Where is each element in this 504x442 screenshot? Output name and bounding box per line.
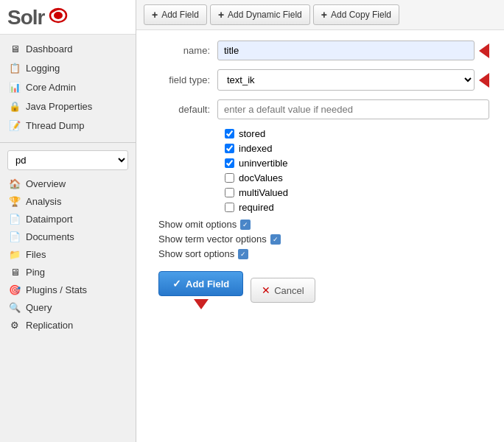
multivalued-label: multiValued: [239, 187, 288, 198]
main-content: + Add Field + Add Dynamic Field + Add Co…: [136, 0, 504, 442]
show-term-label: Show term vector options: [158, 234, 267, 245]
uninvertible-label: uninvertible: [239, 158, 288, 169]
java-properties-icon: 🔒: [9, 100, 21, 112]
core-admin-icon: 📊: [9, 81, 21, 93]
sidebar-item-logging[interactable]: 📋 Logging: [0, 58, 136, 77]
show-sort-label: Show sort options: [158, 248, 234, 259]
docvalues-checkbox[interactable]: [225, 173, 234, 183]
svg-point-1: [54, 12, 63, 19]
sidebar-item-label: Thread Dump: [26, 120, 84, 131]
add-field-arrow-down-indicator: [194, 299, 209, 309]
files-icon: 📁: [9, 248, 21, 260]
nav-divider: [0, 142, 136, 143]
sidebar-item-core-admin[interactable]: 📊 Core Admin: [0, 77, 136, 97]
name-arrow-indicator: [479, 43, 489, 58]
field-type-select[interactable]: text_ik string text_general int long flo…: [217, 69, 475, 91]
checkbox-uninvertible: uninvertible: [225, 158, 489, 169]
analysis-icon: 🏆: [9, 195, 21, 207]
core-nav-ping[interactable]: 🖥 Ping: [0, 263, 136, 281]
name-label: name:: [151, 45, 217, 56]
name-row: name:: [151, 41, 489, 60]
core-nav-documents[interactable]: 📄 Documents: [0, 228, 136, 245]
default-label: default:: [151, 104, 217, 115]
stored-label: stored: [239, 128, 265, 139]
core-nav-label: Replication: [26, 320, 73, 331]
toolbar: + Add Field + Add Dynamic Field + Add Co…: [136, 0, 504, 30]
default-input[interactable]: [217, 99, 489, 119]
add-field-icon: +: [152, 9, 158, 21]
core-nav-dataimport[interactable]: 📄 Dataimport: [0, 210, 136, 228]
core-nav-replication[interactable]: ⚙ Replication: [0, 316, 136, 334]
sidebar-item-dashboard[interactable]: 🖥 Dashboard: [0, 39, 136, 58]
sidebar-item-label: Dashboard: [26, 43, 73, 55]
sidebar-item-java-properties[interactable]: 🔒 Java Properties: [0, 97, 136, 116]
cancel-button[interactable]: ✕ Cancel: [251, 278, 315, 303]
sidebar-item-label: Java Properties: [26, 101, 92, 112]
field-type-label: field type:: [151, 74, 217, 85]
show-omit-link[interactable]: Show omit options ✓: [158, 219, 489, 230]
replication-icon: ⚙: [9, 319, 21, 331]
checkboxes-area: stored indexed uninvertible docValues mu…: [151, 128, 489, 213]
options-links: Show omit options ✓ Show term vector opt…: [151, 219, 489, 259]
logo-text: Solr: [7, 6, 44, 29]
add-copy-field-label: Add Copy Field: [331, 10, 391, 20]
checkbox-indexed: indexed: [225, 143, 489, 154]
indexed-checkbox[interactable]: [225, 144, 234, 153]
add-dynamic-field-label: Add Dynamic Field: [228, 10, 302, 20]
plugins-icon: 🎯: [9, 284, 21, 295]
add-dynamic-field-button[interactable]: + Add Dynamic Field: [210, 4, 310, 25]
logo-area: Solr: [0, 0, 136, 35]
show-term-link[interactable]: Show term vector options ✓: [158, 234, 489, 245]
add-field-submit-label: Add Field: [186, 278, 229, 290]
checkbox-multivalued: multiValued: [225, 187, 489, 198]
core-nav-overview[interactable]: 🏠 Overview: [0, 175, 136, 192]
show-sort-icon: ✓: [238, 249, 248, 259]
core-nav-analysis[interactable]: 🏆 Analysis: [0, 192, 136, 210]
logging-icon: 📋: [9, 62, 21, 74]
show-sort-link[interactable]: Show sort options ✓: [158, 248, 489, 259]
add-field-button[interactable]: + Add Field: [144, 4, 207, 25]
sidebar-item-label: Logging: [26, 63, 60, 74]
show-omit-label: Show omit options: [158, 219, 237, 230]
core-selector[interactable]: pd: [7, 150, 128, 170]
thread-dump-icon: 📝: [9, 119, 21, 131]
field-type-arrow-indicator: [479, 73, 489, 88]
core-nav-files[interactable]: 📁 Files: [0, 245, 136, 263]
core-nav-label: Dataimport: [26, 214, 73, 225]
sidebar-item-thread-dump[interactable]: 📝 Thread Dump: [0, 116, 136, 135]
multivalued-checkbox[interactable]: [225, 188, 234, 197]
checkbox-required: required: [225, 202, 489, 213]
stored-checkbox[interactable]: [225, 129, 234, 138]
sidebar-item-label: Core Admin: [26, 82, 76, 93]
core-nav-label: Overview: [26, 178, 66, 189]
cancel-icon: ✕: [262, 284, 270, 296]
add-dynamic-field-icon: +: [218, 9, 224, 21]
field-type-select-wrapper: text_ik string text_general int long flo…: [217, 69, 489, 91]
required-label: required: [239, 202, 274, 213]
docvalues-label: docValues: [239, 172, 283, 183]
core-nav-label: Query: [26, 302, 52, 313]
required-checkbox[interactable]: [225, 203, 234, 212]
show-omit-icon: ✓: [240, 220, 251, 230]
core-nav-query[interactable]: 🔍 Query: [0, 298, 136, 316]
core-nav-plugins-stats[interactable]: 🎯 Plugins / Stats: [0, 281, 136, 298]
core-nav-label: Analysis: [26, 196, 61, 207]
add-field-check-icon: ✓: [172, 278, 181, 290]
add-copy-field-button[interactable]: + Add Copy Field: [313, 4, 399, 25]
global-nav: 🖥 Dashboard 📋 Logging 📊 Core Admin 🔒 Jav…: [0, 35, 136, 139]
name-input[interactable]: [217, 41, 475, 60]
core-nav: 🏠 Overview 🏆 Analysis 📄 Dataimport 📄 Doc…: [0, 175, 136, 334]
field-type-row: field type: text_ik string text_general …: [151, 69, 489, 91]
core-select-wrap: pd: [0, 146, 136, 175]
cancel-label: Cancel: [274, 285, 304, 296]
overview-icon: 🏠: [9, 178, 21, 189]
add-copy-field-icon: +: [321, 9, 327, 21]
dashboard-icon: 🖥: [9, 43, 21, 55]
documents-icon: 📄: [9, 231, 21, 242]
core-nav-label: Files: [26, 249, 46, 260]
core-nav-label: Ping: [26, 267, 45, 278]
uninvertible-checkbox[interactable]: [225, 158, 234, 168]
show-term-icon: ✓: [270, 234, 281, 245]
checkbox-stored: stored: [225, 128, 489, 139]
submit-add-field-button[interactable]: ✓ Add Field: [158, 271, 243, 296]
